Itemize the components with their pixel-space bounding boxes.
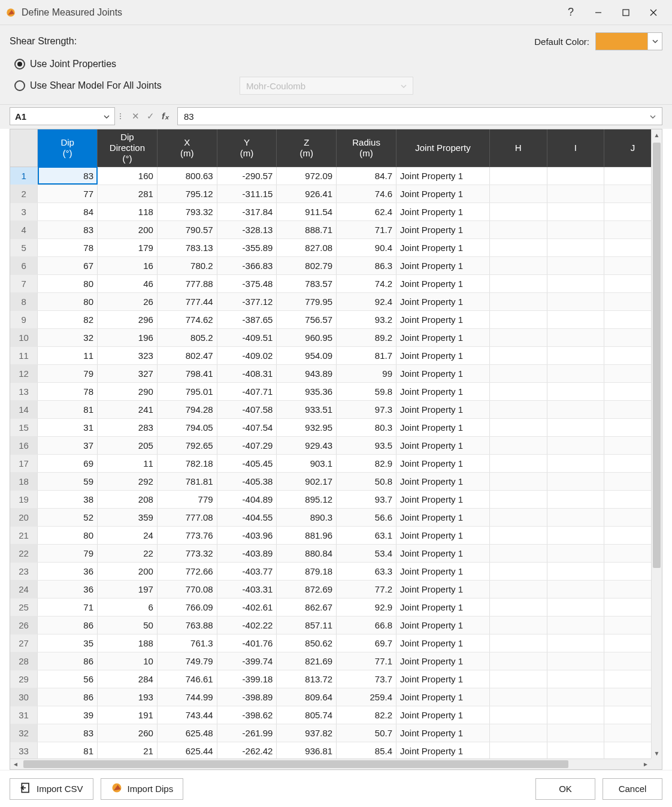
row-number[interactable]: 10 [10, 328, 38, 346]
cell[interactable]: 93.7 [337, 490, 396, 508]
cell[interactable]: 77 [38, 185, 98, 202]
cell[interactable]: 69 [38, 454, 98, 472]
vertical-scrollbar[interactable]: ▲ ▼ [651, 129, 662, 758]
cell[interactable]: Joint Property 1 [396, 292, 490, 310]
default-color-picker[interactable] [595, 32, 662, 50]
cell[interactable] [547, 490, 604, 508]
cell[interactable]: -405.45 [217, 454, 277, 472]
cell[interactable]: 259.4 [337, 688, 396, 706]
cell[interactable]: 805.2 [157, 328, 217, 346]
cell[interactable] [489, 382, 547, 400]
cell[interactable]: -398.62 [217, 706, 277, 724]
cell[interactable]: -366.83 [217, 256, 277, 274]
cell[interactable]: 283 [98, 418, 158, 436]
cell[interactable]: 21 [98, 742, 158, 760]
cell[interactable]: 802.47 [157, 346, 217, 364]
cell[interactable] [547, 688, 604, 706]
cell[interactable]: 73.7 [337, 670, 396, 688]
cell[interactable]: -261.99 [217, 724, 277, 742]
cell[interactable] [547, 400, 604, 418]
cell[interactable]: 92.9 [337, 598, 396, 616]
cell[interactable] [489, 436, 547, 454]
cell[interactable]: 80 [38, 274, 98, 292]
cell[interactable]: 200 [98, 562, 158, 580]
cell[interactable]: -398.89 [217, 688, 277, 706]
row-number[interactable]: 19 [10, 490, 38, 508]
cell[interactable]: 872.69 [277, 580, 337, 598]
cell[interactable] [547, 436, 604, 454]
cell[interactable]: -405.38 [217, 472, 277, 490]
cell[interactable]: 38 [38, 490, 98, 508]
cell[interactable]: 200 [98, 220, 158, 238]
cell[interactable] [489, 364, 547, 382]
cell[interactable]: 773.32 [157, 544, 217, 562]
cell[interactable]: 16 [98, 256, 158, 274]
cell[interactable] [547, 346, 604, 364]
cell[interactable]: 625.48 [157, 724, 217, 742]
row-number[interactable]: 23 [10, 562, 38, 580]
fx-icon[interactable]: fₓ [162, 111, 169, 122]
cell[interactable]: 296 [98, 310, 158, 328]
cell[interactable]: 779.95 [277, 292, 337, 310]
cell[interactable]: 188 [98, 634, 158, 652]
table-row[interactable]: 2956284746.61-399.18813.7273.7Joint Prop… [10, 670, 662, 688]
table-row[interactable]: 338121625.44-262.42936.8185.4Joint Prope… [10, 742, 662, 760]
cell[interactable]: -317.84 [217, 202, 277, 220]
cell[interactable]: 783.57 [277, 274, 337, 292]
table-row[interactable]: 578179783.13-355.89827.0890.4Joint Prope… [10, 238, 662, 256]
cell[interactable]: Joint Property 1 [396, 526, 490, 544]
cell[interactable] [547, 706, 604, 724]
cell[interactable]: Joint Property 1 [396, 616, 490, 634]
cell[interactable]: 50.7 [337, 724, 396, 742]
cell[interactable] [547, 185, 604, 202]
cell[interactable]: 86 [38, 616, 98, 634]
cell[interactable] [489, 544, 547, 562]
cell[interactable] [547, 544, 604, 562]
close-button[interactable] [640, 0, 667, 25]
cell[interactable]: 746.61 [157, 670, 217, 688]
cell[interactable]: 37 [38, 436, 98, 454]
row-number[interactable]: 13 [10, 382, 38, 400]
cell[interactable] [547, 454, 604, 472]
cell[interactable]: Joint Property 1 [396, 256, 490, 274]
cell[interactable]: Joint Property 1 [396, 652, 490, 670]
cell[interactable] [547, 562, 604, 580]
cell[interactable]: 795.12 [157, 185, 217, 202]
cell[interactable]: 800.63 [157, 167, 217, 185]
cell[interactable]: -407.71 [217, 382, 277, 400]
cell[interactable]: Joint Property 1 [396, 274, 490, 292]
row-number[interactable]: 28 [10, 652, 38, 670]
cell[interactable]: -408.31 [217, 364, 277, 382]
cell[interactable]: Joint Property 1 [396, 508, 490, 526]
cell[interactable]: -404.89 [217, 490, 277, 508]
column-header[interactable]: H [489, 129, 547, 167]
cell[interactable]: 292 [98, 472, 158, 490]
cell[interactable]: 937.82 [277, 724, 337, 742]
cell[interactable] [489, 580, 547, 598]
cell[interactable] [547, 472, 604, 490]
cell[interactable]: 71.7 [337, 220, 396, 238]
cell[interactable]: 821.69 [277, 652, 337, 670]
cell[interactable]: 86 [38, 652, 98, 670]
cell[interactable]: 903.1 [277, 454, 337, 472]
cell[interactable]: 850.62 [277, 634, 337, 652]
cell[interactable]: 777.44 [157, 292, 217, 310]
cell[interactable]: 359 [98, 508, 158, 526]
cell[interactable] [489, 274, 547, 292]
row-number[interactable]: 14 [10, 400, 38, 418]
cell[interactable]: 86.3 [337, 256, 396, 274]
cell[interactable]: 827.08 [277, 238, 337, 256]
scroll-left-icon[interactable]: ◄ [10, 759, 21, 769]
cell[interactable]: 241 [98, 400, 158, 418]
cell[interactable]: Joint Property 1 [396, 400, 490, 418]
cell[interactable] [489, 292, 547, 310]
cell[interactable]: Joint Property 1 [396, 382, 490, 400]
cell[interactable]: 777.08 [157, 508, 217, 526]
cell[interactable]: 92.4 [337, 292, 396, 310]
row-number[interactable]: 31 [10, 706, 38, 724]
maximize-button[interactable] [612, 0, 640, 25]
row-number[interactable]: 15 [10, 418, 38, 436]
column-header[interactable]: Joint Property [396, 129, 490, 167]
resize-grip[interactable] [117, 107, 123, 125]
table-row[interactable]: 1637205792.65-407.29929.4393.5Joint Prop… [10, 436, 662, 454]
